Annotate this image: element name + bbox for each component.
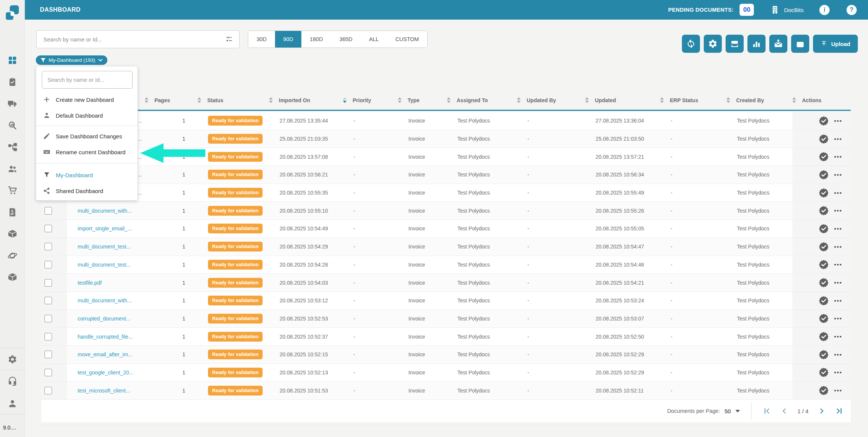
- row-checkbox[interactable]: [44, 387, 52, 394]
- sidebar-item-orders[interactable]: [8, 186, 17, 195]
- previous-page-button[interactable]: [780, 407, 789, 415]
- search-input[interactable]: [37, 36, 225, 43]
- refresh-button[interactable]: [682, 35, 700, 53]
- upload-button[interactable]: Upload: [813, 35, 858, 53]
- row-more-menu-icon[interactable]: •••: [834, 190, 842, 196]
- row-more-menu-icon[interactable]: •••: [834, 136, 842, 142]
- column-header-created-by[interactable]: Created By: [726, 90, 792, 110]
- validate-seal-icon[interactable]: [819, 350, 829, 360]
- range-90d[interactable]: 90D: [275, 31, 302, 48]
- first-page-button[interactable]: [763, 407, 771, 415]
- validate-seal-icon[interactable]: [819, 170, 829, 180]
- document-name-link[interactable]: test_microsoft_client...: [78, 388, 130, 394]
- row-more-menu-icon[interactable]: •••: [834, 297, 842, 304]
- column-header-priority[interactable]: Priority: [343, 90, 398, 110]
- row-more-menu-icon[interactable]: •••: [834, 207, 842, 214]
- column-header-imported-on[interactable]: Imported On: [269, 90, 343, 110]
- row-checkbox[interactable]: [44, 225, 52, 232]
- mail-import-button[interactable]: [769, 35, 787, 53]
- settings-icon[interactable]: [8, 354, 17, 364]
- document-name-link[interactable]: multi_document_with...: [78, 297, 131, 304]
- validate-seal-icon[interactable]: [819, 313, 829, 324]
- document-name-link[interactable]: move_email_after_im...: [78, 351, 133, 357]
- dashboard-menu-search-input[interactable]: [42, 71, 133, 89]
- sidebar-item-dashboard[interactable]: [8, 55, 17, 65]
- support-icon[interactable]: [8, 376, 17, 386]
- range-365d[interactable]: 365D: [331, 31, 361, 48]
- range-custom[interactable]: CUSTOM: [387, 31, 427, 48]
- validate-seal-icon[interactable]: [819, 278, 829, 288]
- validate-seal-icon[interactable]: [819, 242, 829, 252]
- row-checkbox[interactable]: [44, 279, 52, 287]
- sidebar-item-validation[interactable]: [8, 77, 17, 87]
- row-more-menu-icon[interactable]: •••: [834, 387, 842, 394]
- row-more-menu-icon[interactable]: •••: [834, 244, 842, 250]
- row-more-menu-icon[interactable]: •••: [834, 118, 842, 124]
- info-icon[interactable]: i: [819, 5, 830, 15]
- range-all[interactable]: ALL: [361, 31, 387, 48]
- per-page-caret-icon[interactable]: [735, 410, 740, 412]
- menu-item-shared-dashboard[interactable]: Shared Dashbaord: [36, 183, 138, 199]
- column-header-status[interactable]: Status: [197, 90, 269, 110]
- row-more-menu-icon[interactable]: •••: [834, 153, 842, 160]
- help-icon[interactable]: ?: [847, 5, 857, 15]
- sidebar-item-integrations[interactable]: [8, 251, 17, 261]
- row-checkbox[interactable]: [44, 351, 52, 358]
- next-page-button[interactable]: [818, 407, 826, 415]
- row-checkbox[interactable]: [44, 333, 52, 340]
- row-more-menu-icon[interactable]: •••: [834, 333, 842, 340]
- validate-seal-icon[interactable]: [819, 116, 829, 126]
- row-more-menu-icon[interactable]: •••: [834, 351, 842, 358]
- sidebar-item-users[interactable]: [8, 164, 17, 174]
- row-more-menu-icon[interactable]: •••: [834, 261, 842, 268]
- sidebar-item-products[interactable]: [8, 272, 17, 282]
- menu-item-my-dashboard[interactable]: My-Dashboard: [36, 167, 138, 183]
- row-checkbox[interactable]: [44, 207, 52, 215]
- validate-seal-icon[interactable]: [819, 367, 829, 377]
- profile-icon[interactable]: [8, 399, 17, 408]
- menu-item-default-dashboard[interactable]: Default Dashboard: [36, 107, 138, 123]
- dashboard-filter-pill[interactable]: My-Dashboard (193): [36, 55, 107, 65]
- menu-item-create-dashboard[interactable]: Create new Dashboard: [36, 92, 138, 107]
- row-checkbox[interactable]: [44, 261, 52, 268]
- validate-seal-icon[interactable]: [819, 134, 829, 144]
- column-header-erp-status[interactable]: ERP Status: [660, 90, 726, 110]
- validate-seal-icon[interactable]: [819, 296, 829, 306]
- row-checkbox[interactable]: [44, 297, 52, 304]
- last-page-button[interactable]: [835, 407, 843, 415]
- column-header-actions[interactable]: Actions: [792, 90, 851, 110]
- column-header-updated[interactable]: Updated: [585, 90, 660, 110]
- document-name-link[interactable]: handle_corrupted_file...: [78, 334, 133, 340]
- validate-seal-icon[interactable]: [819, 205, 829, 216]
- sidebar-item-search-analytics[interactable]: [8, 121, 17, 130]
- row-checkbox[interactable]: [44, 243, 52, 250]
- row-checkbox[interactable]: [44, 369, 52, 376]
- column-header-pages[interactable]: Pages: [145, 90, 197, 110]
- document-name-link[interactable]: testfile.pdf: [78, 280, 102, 286]
- row-more-menu-icon[interactable]: •••: [834, 279, 842, 286]
- menu-item-rename-dashboard[interactable]: Rename current Dashboard: [36, 144, 138, 160]
- document-name-link[interactable]: multi_document_test...: [78, 262, 131, 268]
- document-name-link[interactable]: import_single_email_...: [78, 225, 132, 232]
- settings-button[interactable]: [704, 35, 722, 53]
- range-180d[interactable]: 180D: [301, 31, 331, 48]
- row-more-menu-icon[interactable]: •••: [834, 315, 842, 322]
- sidebar-item-invoices[interactable]: $: [8, 207, 17, 217]
- column-header-assigned-to[interactable]: Assigned To: [447, 90, 517, 110]
- validate-seal-icon[interactable]: [819, 152, 829, 162]
- row-more-menu-icon[interactable]: •••: [834, 225, 842, 232]
- sidebar-item-workflow[interactable]: [8, 142, 17, 152]
- document-name-link[interactable]: multi_document_test...: [78, 244, 131, 250]
- menu-item-save-dashboard[interactable]: Save Dashboard Changes: [36, 128, 138, 144]
- per-page-value[interactable]: 50: [724, 408, 731, 414]
- column-header-type[interactable]: Type: [398, 90, 447, 110]
- validate-seal-icon[interactable]: [819, 331, 829, 342]
- sidebar-item-packages[interactable]: [8, 229, 17, 239]
- document-name-link[interactable]: multi_document_with...: [78, 208, 131, 214]
- document-name-link[interactable]: test_google_client_20...: [78, 370, 133, 376]
- column-header-updated-by[interactable]: Updated By: [517, 90, 585, 110]
- range-30d[interactable]: 30D: [248, 31, 275, 48]
- analytics-button[interactable]: [747, 35, 766, 53]
- filter-tune-icon[interactable]: [225, 35, 233, 43]
- validate-seal-icon[interactable]: [819, 224, 829, 234]
